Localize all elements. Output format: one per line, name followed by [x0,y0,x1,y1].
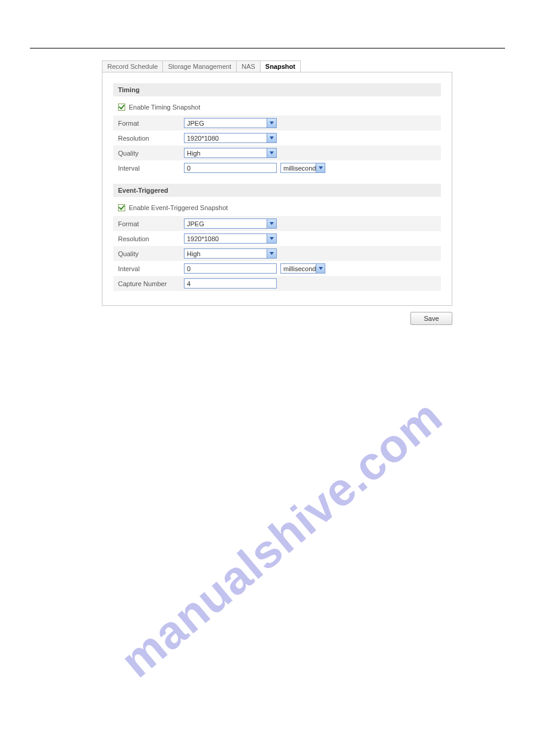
event-interval-value: 0 [187,265,191,272]
chevron-down-icon [267,219,276,228]
svg-marker-7 [319,267,323,270]
event-quality-value: High [187,250,201,257]
svg-marker-2 [270,151,274,154]
event-quality-select[interactable]: High [184,248,277,259]
event-resolution-select[interactable]: 1920*1080 [184,233,277,244]
tab-record-schedule[interactable]: Record Schedule [102,60,163,72]
snapshot-panel: Timing Enable Timing Snapshot Format JPE… [102,72,452,306]
chevron-down-icon [267,234,276,243]
tab-storage-management[interactable]: Storage Management [162,60,237,72]
timing-interval-row: Interval 0 millisecond [113,160,441,175]
timing-interval-input[interactable]: 0 [184,163,277,173]
event-format-value: JPEG [187,220,204,227]
event-interval-unit-select[interactable]: millisecond [280,263,325,274]
watermark-text: manualshive.com [110,389,452,688]
snapshot-settings-container: Record Schedule Storage Management NAS S… [102,60,452,325]
save-button[interactable]: Save [410,312,452,325]
event-format-label: Format [118,220,184,227]
timing-resolution-value: 1920*1080 [187,135,219,142]
event-capture-row: Capture Number 4 [113,276,441,291]
timing-quality-label: Quality [118,150,184,157]
event-interval-row: Interval 0 millisecond [113,261,441,276]
event-capture-label: Capture Number [118,280,184,287]
page-divider [30,48,505,48]
enable-event-label: Enable Event-Triggered Snapshot [129,204,228,211]
timing-format-label: Format [118,120,184,127]
event-quality-label: Quality [118,250,184,257]
svg-marker-0 [270,122,274,125]
timing-section-header: Timing [113,83,441,96]
event-interval-unit: millisecond [283,265,316,272]
event-resolution-value: 1920*1080 [187,235,219,242]
event-capture-input[interactable]: 4 [184,278,277,289]
event-resolution-row: Resolution 1920*1080 [113,231,441,246]
event-format-select[interactable]: JPEG [184,218,277,229]
timing-quality-select[interactable]: High [184,148,277,158]
svg-marker-4 [270,222,274,225]
chevron-down-icon [267,249,276,258]
enable-event-checkbox[interactable] [118,204,125,211]
timing-resolution-select[interactable]: 1920*1080 [184,133,277,143]
enable-timing-row: Enable Timing Snapshot [113,104,441,116]
chevron-down-icon [316,163,325,172]
enable-timing-label: Enable Timing Snapshot [129,104,200,111]
timing-interval-label: Interval [118,165,184,172]
timing-format-value: JPEG [187,120,204,127]
chevron-down-icon [267,148,276,157]
timing-resolution-row: Resolution 1920*1080 [113,130,441,145]
event-format-row: Format JPEG [113,216,441,231]
timing-quality-value: High [187,150,201,157]
event-section-header: Event-Triggered [113,184,441,197]
event-quality-row: Quality High [113,246,441,261]
timing-quality-row: Quality High [113,145,441,160]
svg-marker-5 [270,237,274,240]
enable-timing-checkbox[interactable] [118,104,125,111]
timing-format-select[interactable]: JPEG [184,118,277,128]
timing-interval-unit-select[interactable]: millisecond [280,163,325,173]
svg-marker-6 [270,252,274,255]
event-capture-value: 4 [187,280,191,287]
timing-format-row: Format JPEG [113,116,441,130]
enable-event-row: Enable Event-Triggered Snapshot [113,204,441,216]
timing-interval-unit: millisecond [283,165,316,172]
save-row: Save [102,312,452,325]
chevron-down-icon [267,119,276,127]
svg-marker-1 [270,136,274,139]
tab-snapshot[interactable]: Snapshot [260,60,301,72]
timing-resolution-label: Resolution [118,135,184,142]
svg-marker-3 [319,166,323,169]
tab-nas[interactable]: NAS [236,60,261,72]
event-resolution-label: Resolution [118,235,184,242]
chevron-down-icon [267,133,276,142]
tab-bar: Record Schedule Storage Management NAS S… [102,60,452,72]
event-interval-label: Interval [118,265,184,272]
timing-interval-value: 0 [187,165,191,172]
event-interval-input[interactable]: 0 [184,263,277,274]
chevron-down-icon [316,264,325,273]
